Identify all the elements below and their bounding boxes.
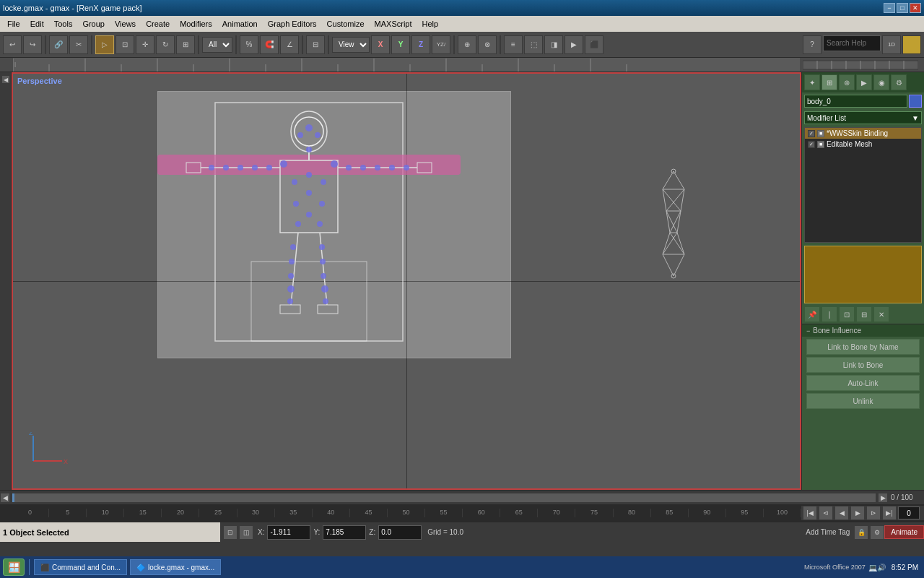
background-button[interactable]: ⬛ xyxy=(585,35,603,54)
menu-customize[interactable]: Customize xyxy=(323,18,369,30)
current-frame-input[interactable] xyxy=(898,506,920,519)
object-color-swatch[interactable] xyxy=(909,95,922,108)
color-clamp-button[interactable] xyxy=(902,35,921,54)
object-name-input[interactable] xyxy=(804,95,907,108)
modifier-item-editable-mesh[interactable]: ✓ ■ Editable Mesh xyxy=(805,139,921,150)
close-button[interactable]: ✕ xyxy=(910,3,921,13)
active-shade-button[interactable]: | xyxy=(821,306,837,322)
modifier-icon-2: ■ xyxy=(817,141,824,148)
bone-influence-collapse[interactable]: − xyxy=(806,327,810,335)
help-input[interactable] xyxy=(823,35,881,51)
make-unique-button[interactable]: ⊟ xyxy=(856,306,872,322)
link-button[interactable]: 🔗 xyxy=(49,35,68,54)
display-tab-icon[interactable]: ◉ xyxy=(873,74,889,90)
percent-snap-button[interactable]: % xyxy=(240,35,258,54)
scale-button[interactable]: ⊞ xyxy=(176,35,195,54)
auto-link-button[interactable]: Auto-Link xyxy=(806,375,920,391)
modifier-item-wwsskin[interactable]: ✓ ■ *WWSSkin Binding xyxy=(805,128,921,139)
filter-dropdown[interactable]: All xyxy=(202,37,232,53)
menu-views[interactable]: Views xyxy=(110,18,140,30)
material-editor-button[interactable]: ◨ xyxy=(544,35,563,54)
pin-stack-button[interactable]: 📌 xyxy=(804,306,820,322)
time-next-button[interactable]: ▶ xyxy=(878,493,888,503)
status-icon-1[interactable]: ⊡ xyxy=(223,525,237,540)
select-region-button[interactable]: ⊡ xyxy=(116,35,134,54)
taskbar-gmax[interactable]: 🔷 locke.gmax - gmax... xyxy=(130,559,221,575)
maximize-button[interactable]: □ xyxy=(897,3,908,13)
menu-help[interactable]: Help xyxy=(418,18,443,30)
left-btn-1[interactable]: ◀ xyxy=(1,75,10,84)
angle-snap-toggle[interactable]: ∠ xyxy=(280,35,299,54)
move-button[interactable]: ✛ xyxy=(136,35,154,54)
hierarchy-tab-icon[interactable]: ⊛ xyxy=(839,74,855,90)
y-axis-button[interactable]: Y xyxy=(391,35,410,54)
modify-tab-icon[interactable]: ⊞ xyxy=(821,74,837,90)
select-button[interactable]: ▷ xyxy=(95,35,114,54)
play-next-frame[interactable]: ▶| xyxy=(882,506,897,520)
max-id-button[interactable]: 1D xyxy=(882,35,901,54)
play-prev-key[interactable]: ⊲ xyxy=(819,506,833,520)
modifier-enabled-checkbox-1[interactable]: ✓ xyxy=(808,130,815,137)
menu-create[interactable]: Create xyxy=(141,18,174,30)
modifier-list-dropdown[interactable]: Modifier List ▼ xyxy=(804,111,922,124)
time-slider-track[interactable] xyxy=(12,493,876,503)
render-button[interactable]: ▶ xyxy=(565,35,583,54)
undo-button[interactable]: ↩ xyxy=(3,35,22,54)
z-coord-input[interactable] xyxy=(378,525,422,540)
rotate-button[interactable]: ↻ xyxy=(156,35,175,54)
bone-influence-section: − Bone Influence Link to Bone by Name Li… xyxy=(802,324,924,412)
link-to-bone-button[interactable]: Link to Bone xyxy=(806,357,920,373)
menu-edit[interactable]: Edit xyxy=(26,18,48,30)
create-tab-icon[interactable]: ✦ xyxy=(804,74,820,90)
y-coord-input[interactable] xyxy=(323,525,366,540)
play-next-key[interactable]: ⊳ xyxy=(866,506,881,520)
motion-tab-icon[interactable]: ▶ xyxy=(856,74,872,90)
show-result-button[interactable]: ⊡ xyxy=(839,306,855,322)
add-time-tag-button[interactable]: Add Time Tag xyxy=(801,528,854,536)
menu-graph-editors[interactable]: Graph Editors xyxy=(263,18,321,30)
modifier-list-label: Modifier List xyxy=(807,114,846,122)
unlink-button[interactable]: Unlink xyxy=(806,393,920,409)
animate-button[interactable]: Animate xyxy=(884,525,924,539)
menu-group[interactable]: Group xyxy=(78,18,109,30)
minimize-button[interactable]: − xyxy=(884,3,895,13)
scene-render-button[interactable]: ⬚ xyxy=(524,35,543,54)
modifier-enabled-checkbox-2[interactable]: ✓ xyxy=(808,141,815,148)
xyz-button[interactable]: YZ/ xyxy=(432,35,450,54)
status-lock-icon[interactable]: 🔒 xyxy=(854,525,868,540)
menu-maxscript[interactable]: MAXScript xyxy=(370,18,417,30)
cmd-icon: ⬛ xyxy=(40,564,49,571)
menu-tools[interactable]: Tools xyxy=(50,18,77,30)
window-title: locke.gmax - gmax - [RenX game pack] xyxy=(3,4,142,12)
mirror-button[interactable]: ⊟ xyxy=(306,35,325,54)
select-center-button[interactable]: ⊗ xyxy=(478,35,497,54)
menu-modifiers[interactable]: Modifiers xyxy=(175,18,217,30)
play-forward-button[interactable]: ▶ xyxy=(850,506,865,520)
menu-file[interactable]: File xyxy=(3,18,25,30)
trackbar[interactable]: 0 5 10 15 20 25 30 35 40 45 50 55 60 65 … xyxy=(0,504,924,522)
redo-button[interactable]: ↪ xyxy=(23,35,42,54)
coord-system-dropdown[interactable]: View xyxy=(332,37,370,53)
utilities-tab-icon[interactable]: ⚙ xyxy=(891,74,907,90)
play-back-button[interactable]: ◀ xyxy=(834,506,849,520)
pivot-button[interactable]: ⊕ xyxy=(458,35,476,54)
modifier-stack[interactable]: ✓ ■ *WWSSkin Binding ✓ ■ Editable Mesh xyxy=(804,127,922,243)
x-coord-input[interactable] xyxy=(267,525,310,540)
tick-0: 0 xyxy=(12,509,49,517)
status-icon-2[interactable]: ◫ xyxy=(239,525,253,540)
taskbar-command-con[interactable]: ⬛ Command and Con... xyxy=(34,559,127,575)
menu-animation[interactable]: Animation xyxy=(218,18,262,30)
link-to-bone-by-name-button[interactable]: Link to Bone by Name xyxy=(806,339,920,355)
layer-manager-button[interactable]: ≡ xyxy=(504,35,523,54)
viewport-3d[interactable]: Perspective xyxy=(12,72,801,490)
unlink-button[interactable]: ✂ xyxy=(69,35,88,54)
snap-toggle[interactable]: 🧲 xyxy=(260,35,279,54)
play-prev-frame[interactable]: |◀ xyxy=(803,506,817,520)
status-settings-icon[interactable]: ⚙ xyxy=(870,525,884,540)
start-button[interactable]: 🪟 xyxy=(3,558,25,576)
x-axis-button[interactable]: X xyxy=(371,35,390,54)
time-prev-button[interactable]: ◀ xyxy=(0,493,10,503)
z-axis-button[interactable]: Z xyxy=(411,35,430,54)
remove-modifier-button[interactable]: ✕ xyxy=(873,306,889,322)
help-search[interactable]: ? xyxy=(803,35,821,54)
